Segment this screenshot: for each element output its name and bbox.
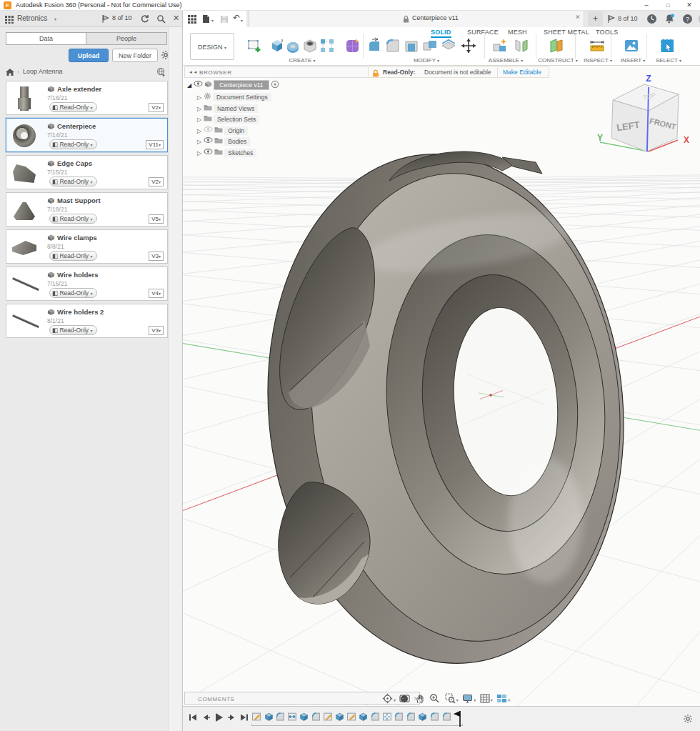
visibility-eye-off-icon[interactable]: [204, 126, 213, 132]
tab-close-icon[interactable]: ✕: [575, 14, 581, 21]
timeline-feature-fillet[interactable]: [275, 712, 286, 722]
display-caret-icon[interactable]: ▾: [474, 698, 476, 702]
display-settings-icon[interactable]: [462, 694, 473, 703]
timeline-feature-pattern[interactable]: [382, 712, 393, 722]
viewports-icon[interactable]: [496, 694, 507, 703]
shell-icon[interactable]: [403, 37, 420, 54]
viewport[interactable]: ◄◄ BROWSER − › ◢ Centerpiece v11 ▷ Docum…: [183, 66, 700, 706]
pan-hand-icon[interactable]: [415, 694, 425, 704]
grid-settings-icon[interactable]: [480, 694, 490, 703]
tab-surface[interactable]: SURFACE: [467, 29, 499, 36]
zoom-icon[interactable]: [429, 693, 440, 704]
extrude-icon[interactable]: [269, 37, 286, 54]
collapsed-triangle-icon[interactable]: ▷: [197, 128, 201, 134]
collapsed-triangle-icon[interactable]: ▷: [197, 116, 201, 123]
measure-icon[interactable]: [589, 37, 606, 54]
timeline-go-to-end-icon[interactable]: [240, 713, 249, 722]
minimize-button[interactable]: –: [636, 0, 657, 11]
combine-icon[interactable]: [421, 37, 439, 54]
expand-triangle-icon[interactable]: ◢: [187, 82, 191, 89]
upload-button[interactable]: Upload: [69, 49, 109, 62]
revolve-icon[interactable]: [284, 37, 301, 54]
access-dropdown[interactable]: ◧ Read-Only ▾: [49, 176, 97, 187]
collapsed-triangle-icon[interactable]: ▷: [197, 150, 201, 156]
group-label-inspect[interactable]: INSPECT ▾: [584, 57, 612, 64]
model-centerpiece[interactable]: [247, 139, 644, 679]
collapsed-triangle-icon[interactable]: ▷: [197, 94, 201, 101]
select-icon[interactable]: [659, 37, 676, 54]
tree-node-origin[interactable]: ▷ Origin: [197, 126, 248, 136]
version-dropdown[interactable]: V4▾: [149, 289, 164, 298]
tree-node-sketches[interactable]: ▷ Sketches: [197, 148, 256, 159]
timeline-feature-fillet[interactable]: [441, 712, 452, 722]
new-component-icon[interactable]: [491, 37, 509, 54]
timeline-settings-gear-icon[interactable]: [683, 714, 693, 724]
list-item-wire-holders-2[interactable]: Wire holders 2 8/1/21 ◧ Read-Only ▾ V3▾: [6, 304, 168, 338]
access-dropdown[interactable]: ◧ Read-Only ▾: [49, 214, 97, 224]
timeline-position-marker[interactable]: [453, 710, 461, 727]
group-label-assemble[interactable]: ASSEMBLE ▾: [489, 57, 523, 64]
press-pull-icon[interactable]: [366, 37, 383, 54]
version-dropdown[interactable]: V2▾: [149, 103, 164, 112]
app-grid-icon[interactable]: [188, 15, 196, 24]
group-label-insert[interactable]: INSERT ▾: [621, 57, 645, 64]
sync-status-icon[interactable]: [156, 67, 166, 77]
save-icon[interactable]: [220, 15, 229, 24]
timeline-feature-offset[interactable]: [287, 712, 298, 722]
orbit-caret-icon[interactable]: ▾: [394, 698, 396, 702]
timeline-feature-fillet[interactable]: [406, 712, 416, 722]
search-icon[interactable]: [156, 14, 166, 24]
timeline-feature-sketch[interactable]: [251, 712, 262, 722]
tab-data[interactable]: Data: [6, 32, 86, 45]
undo-icon[interactable]: ↶: [233, 13, 240, 23]
access-dropdown[interactable]: ◧ Read-Only ▾: [49, 325, 97, 335]
file-menu-icon[interactable]: [202, 14, 210, 24]
tree-node-bodies[interactable]: ▷ Bodies: [197, 136, 250, 147]
fit-caret-icon[interactable]: ▾: [456, 698, 459, 702]
access-dropdown[interactable]: ◧ Read-Only ▾: [49, 139, 97, 149]
panel-scrollbar[interactable]: [168, 27, 181, 731]
close-panel-icon[interactable]: ✕: [173, 14, 179, 23]
timeline-go-to-start-icon[interactable]: [189, 713, 197, 722]
version-dropdown[interactable]: V5▾: [149, 214, 164, 224]
timeline-feature-extrude[interactable]: [264, 712, 274, 722]
maximize-button[interactable]: □: [657, 0, 679, 11]
joint-icon[interactable]: [513, 37, 530, 54]
tab-mesh[interactable]: MESH: [508, 29, 527, 36]
access-dropdown[interactable]: ◧ Read-Only ▾: [49, 102, 97, 112]
browser-root-node[interactable]: ◢ Centerpiece v11: [187, 80, 279, 91]
tree-node-selection-sets[interactable]: ▷ Selection Sets: [197, 114, 259, 125]
view-cube[interactable]: TOP LEFT FRONT Z X Y: [596, 71, 700, 164]
tree-node-label[interactable]: Bodies: [224, 137, 250, 146]
hole-icon[interactable]: [301, 37, 319, 54]
timeline-feature-fillet[interactable]: [370, 712, 381, 722]
grid-caret-icon[interactable]: ▾: [491, 698, 493, 702]
create-form-icon[interactable]: [344, 37, 361, 54]
list-item-wire-holders[interactable]: Wire holders 7/16/21 ◧ Read-Only ▾ V4▾: [6, 267, 168, 301]
refresh-icon[interactable]: [140, 14, 149, 24]
workspace-selector[interactable]: DESIGN ▾: [190, 33, 234, 60]
viewports-caret-icon[interactable]: ▾: [508, 698, 510, 702]
undo-caret-icon[interactable]: ▾: [241, 18, 243, 23]
make-editable-link[interactable]: Make Editable: [503, 69, 541, 76]
timeline-feature-sketch[interactable]: [346, 712, 357, 722]
visibility-eye-icon[interactable]: [204, 149, 213, 154]
group-label-create[interactable]: CREATE ▾: [289, 57, 315, 64]
timeline-play-icon[interactable]: [214, 712, 224, 722]
project-name[interactable]: Retronics: [17, 14, 47, 22]
home-icon[interactable]: [6, 69, 14, 76]
group-label-construct[interactable]: CONSTRUCT ▾: [538, 57, 577, 64]
collapsed-triangle-icon[interactable]: ▷: [197, 106, 201, 112]
tab-tools[interactable]: TOOLS: [596, 29, 618, 36]
help-icon[interactable]: ?: [682, 14, 693, 24]
look-at-icon[interactable]: [399, 694, 410, 703]
version-dropdown[interactable]: V3▾: [149, 252, 164, 261]
group-label-select[interactable]: SELECT ▾: [656, 57, 681, 64]
visibility-eye-icon[interactable]: [204, 137, 213, 143]
tab-people[interactable]: People: [86, 32, 167, 45]
tree-node-document-settings[interactable]: ▷ Document Settings: [197, 92, 271, 103]
file-menu-caret-icon[interactable]: ▾: [211, 18, 214, 23]
list-item-mast-support[interactable]: Mast Support 7/18/21 ◧ Read-Only ▾ V5▾: [6, 192, 168, 227]
timeline-step-back-icon[interactable]: [201, 713, 210, 722]
timeline-feature-fillet[interactable]: [394, 712, 404, 722]
